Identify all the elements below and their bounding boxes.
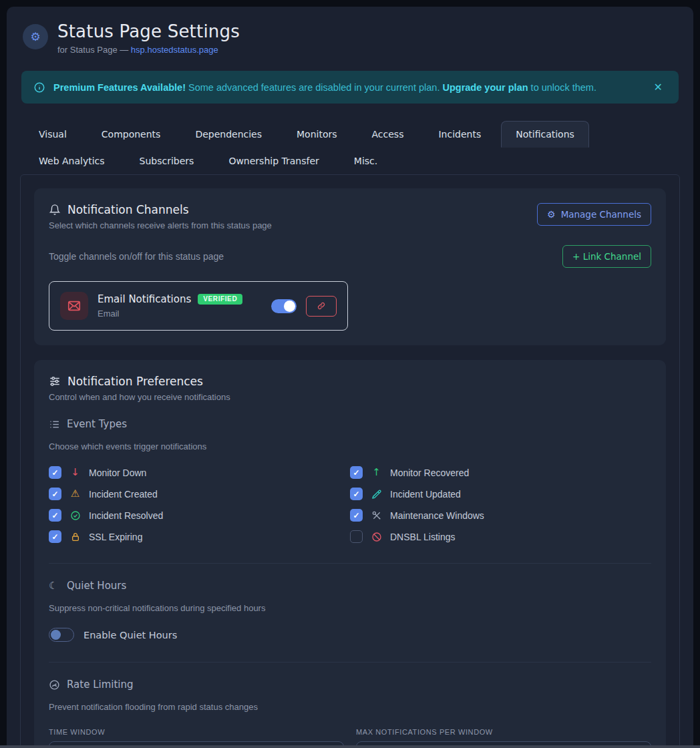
email-channel-card: Email Notifications VERIFIED Email <box>49 281 348 331</box>
quiet-hours-subtitle: Suppress non-critical notifications duri… <box>49 603 651 613</box>
tab-misc[interactable]: Misc. <box>339 148 392 174</box>
event-maintenance-windows[interactable]: ✓ Maintenance Windows <box>350 509 651 522</box>
checkbox-checked[interactable]: ✓ <box>49 530 61 543</box>
notifications-tab-content: Notification Channels Select which chann… <box>20 174 680 748</box>
settings-panel: ⚙ Status Page Settings for Status Page —… <box>7 7 693 748</box>
lock-icon <box>69 532 81 542</box>
rate-limiting-subtitle: Prevent notification flooding from rapid… <box>49 702 651 712</box>
checkbox-checked[interactable]: ✓ <box>350 466 363 479</box>
tab-components[interactable]: Components <box>87 121 176 148</box>
page-subtitle: for Status Page — hsp.hostedstatus.page <box>57 45 240 55</box>
checkbox-unchecked[interactable] <box>350 530 363 543</box>
premium-banner: Premium Features Available! Some advance… <box>21 71 679 104</box>
tab-monitors[interactable]: Monitors <box>282 121 352 148</box>
list-icon <box>49 419 60 430</box>
banner-text: Premium Features Available! Some advance… <box>53 82 596 93</box>
notification-preferences-card: Notification Preferences Control when an… <box>34 360 666 748</box>
sliders-icon <box>49 375 61 387</box>
tab-visual[interactable]: Visual <box>24 121 81 148</box>
checkbox-checked[interactable]: ✓ <box>350 488 363 500</box>
rate-limiting-heading: Rate Limiting <box>49 679 651 691</box>
preferences-subtitle: Control when and how you receive notific… <box>49 392 651 402</box>
chain-link-icon <box>317 301 326 311</box>
gauge-icon <box>49 679 60 691</box>
event-monitor-recovered[interactable]: ✓ ↑ Monitor Recovered <box>350 466 651 479</box>
no-entry-icon <box>371 532 382 542</box>
toggle-channels-hint: Toggle channels on/off for this status p… <box>49 251 224 262</box>
status-page-link[interactable]: hsp.hostedstatus.page <box>131 45 218 55</box>
event-monitor-down[interactable]: ✓ ↓ Monitor Down <box>49 466 350 479</box>
tools-icon <box>371 510 382 521</box>
channel-type: Email <box>98 309 242 318</box>
info-icon <box>33 81 45 94</box>
moon-icon: ☾ <box>49 580 60 592</box>
event-types-grid: ✓ ↓ Monitor Down ✓ ↑ Monitor Recovered ✓… <box>49 466 651 543</box>
time-window-label: TIME WINDOW <box>49 728 344 736</box>
checkbox-checked[interactable]: ✓ <box>49 466 61 479</box>
event-types-heading: Event Types <box>49 418 651 430</box>
channel-name: Email Notifications <box>98 295 191 305</box>
tab-notifications[interactable]: Notifications <box>501 121 589 148</box>
divider <box>49 563 651 564</box>
tab-web-analytics[interactable]: Web Analytics <box>24 148 120 174</box>
event-incident-created[interactable]: ✓ ⚠ Incident Created <box>49 488 350 500</box>
email-channel-toggle[interactable] <box>271 299 297 313</box>
event-incident-updated[interactable]: ✓ Incident Updated <box>350 488 651 500</box>
event-ssl-expiring[interactable]: ✓ SSL Expiring <box>49 530 350 543</box>
checkbox-checked[interactable]: ✓ <box>49 488 61 500</box>
page-title: Status Page Settings <box>57 21 240 41</box>
upgrade-plan-link[interactable]: Upgrade your plan <box>442 82 528 93</box>
checkbox-checked[interactable]: ✓ <box>350 509 363 522</box>
unlink-channel-button[interactable] <box>306 296 337 317</box>
quiet-hours-toggle[interactable] <box>49 628 74 642</box>
quiet-hours-heading: ☾ Quiet Hours <box>49 580 651 592</box>
link-channel-button[interactable]: + Link Channel <box>562 245 651 268</box>
arrow-up-icon: ↑ <box>371 467 382 478</box>
divider <box>49 662 651 663</box>
max-notifications-label: MAX NOTIFICATIONS PER WINDOW <box>356 728 651 736</box>
preferences-title-row: Notification Preferences <box>49 375 651 388</box>
close-icon[interactable]: ✕ <box>650 79 667 95</box>
pencil-icon <box>371 489 382 500</box>
tab-subscribers[interactable]: Subscribers <box>125 148 209 174</box>
bell-icon <box>49 204 61 216</box>
gear-icon: ⚙ <box>30 30 40 43</box>
page-header: ⚙ Status Page Settings for Status Page —… <box>20 21 680 55</box>
tab-access[interactable]: Access <box>357 121 419 148</box>
channels-title: Notification Channels <box>67 203 189 216</box>
tab-dependencies[interactable]: Dependencies <box>180 121 277 148</box>
warning-triangle-icon: ⚠ <box>69 489 81 499</box>
settings-tabs: Visual Components Dependencies Monitors … <box>20 121 680 174</box>
checkbox-checked[interactable]: ✓ <box>49 509 61 522</box>
preferences-title: Notification Preferences <box>67 375 203 388</box>
event-dnsbl-listings[interactable]: DNSBL Listings <box>350 530 651 543</box>
email-icon <box>60 292 88 320</box>
tab-incidents[interactable]: Incidents <box>423 121 496 148</box>
event-types-subtitle: Choose which events trigger notification… <box>49 441 651 451</box>
event-incident-resolved[interactable]: ✓ Incident Resolved <box>49 509 350 522</box>
quiet-hours-toggle-label: Enable Quiet Hours <box>83 630 177 640</box>
verified-badge: VERIFIED <box>198 294 242 305</box>
manage-channels-button[interactable]: ⚙ Manage Channels <box>537 203 651 226</box>
circle-check-icon <box>69 510 81 521</box>
gear-avatar: ⚙ <box>23 24 48 49</box>
channels-title-row: Notification Channels <box>49 203 272 216</box>
arrow-down-icon: ↓ <box>69 467 81 478</box>
gear-icon: ⚙ <box>547 210 556 219</box>
bottom-edge-strip <box>0 745 700 748</box>
tab-ownership-transfer[interactable]: Ownership Transfer <box>214 148 333 174</box>
channels-subtitle: Select which channels receive alerts fro… <box>49 220 272 230</box>
notification-channels-card: Notification Channels Select which chann… <box>34 188 666 345</box>
